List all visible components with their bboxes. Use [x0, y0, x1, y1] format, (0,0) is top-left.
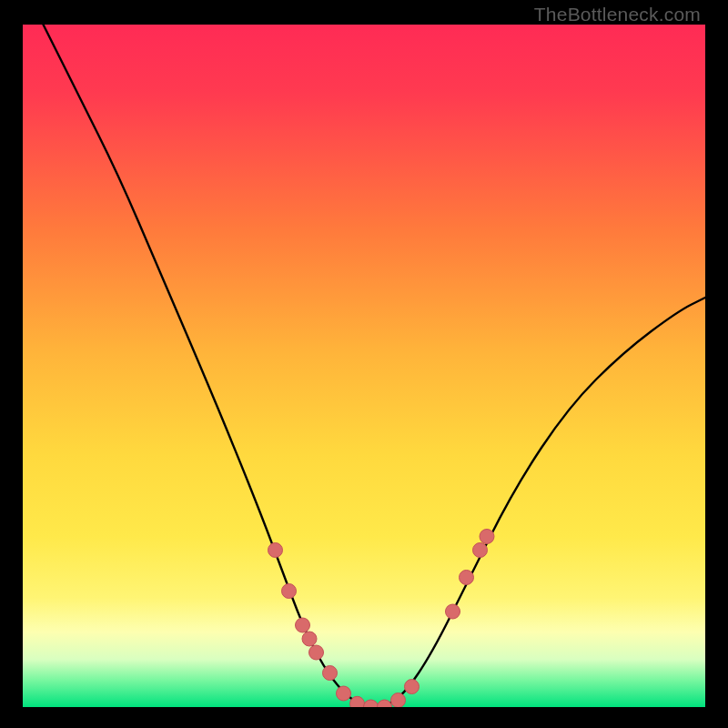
- chart-plot-area: [23, 25, 705, 707]
- watermark-text: TheBottleneck.com: [534, 4, 701, 25]
- background-gradient: [23, 25, 705, 707]
- svg-rect-0: [23, 25, 705, 707]
